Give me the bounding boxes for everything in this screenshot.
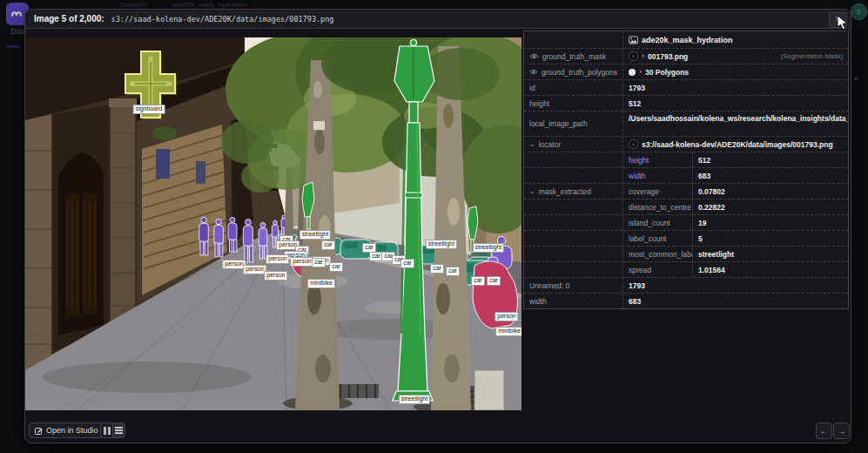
property-key: height	[524, 96, 623, 111]
property-value: ↓›001793.png(Segmentation Mask)	[623, 49, 848, 64]
mask-label: car	[471, 276, 485, 286]
dataset-name: ade20k_mask_hydration	[642, 36, 733, 44]
property-value: /Users/saadhossain/kolena_ws/research/ko…	[623, 112, 848, 136]
mask-label: streetlight	[299, 230, 331, 240]
property-value: ↓s3://saad-kolena-dev/ADE20K/data/images…	[623, 137, 848, 152]
property-value: 1.01564	[693, 262, 848, 277]
street-scene	[25, 37, 521, 410]
property-row: width683	[524, 294, 848, 308]
avatar-initial: S	[857, 8, 861, 16]
property-key: Unnamed: 0	[524, 278, 623, 293]
property-key	[524, 152, 623, 167]
property-key: ground_truth_mask	[524, 49, 623, 64]
property-row: id1793	[524, 80, 848, 96]
property-row: height512	[524, 152, 848, 168]
eye-icon	[529, 52, 539, 60]
mask-label: car	[487, 276, 501, 286]
property-value: 1793	[623, 278, 848, 293]
mask-label: car	[329, 262, 343, 272]
property-row: ⌄locator↓s3://saad-kolena-dev/ADE20K/dat…	[524, 137, 848, 152]
mask-label: car	[362, 243, 376, 253]
property-row: height512	[524, 96, 848, 112]
property-row: Unnamed: 01793	[524, 278, 848, 294]
chevron-down-icon[interactable]: ⌄	[529, 188, 535, 195]
modal-header: Image 5 of 2,000: s3://saad-kolena-dev/A…	[25, 10, 851, 29]
dataset-header-row: ade20k_mask_hydration	[524, 31, 848, 49]
mask-label: signboard	[133, 105, 165, 114]
mask-label: car	[446, 267, 460, 276]
mask-label: streetlight	[473, 243, 504, 253]
property-subkey: spread	[623, 262, 693, 277]
previous-image-button[interactable]: ←	[816, 423, 832, 439]
property-row: ground_truth_polygons›30 Polygons	[524, 64, 848, 80]
mask-label: person	[495, 312, 518, 321]
sidebar-item-label: Datasets	[10, 27, 24, 36]
chevron-right-icon[interactable]: ›	[642, 52, 644, 60]
mask-label: car	[321, 240, 335, 250]
properties-panel: ade20k_mask_hydration ground_truth_mask↓…	[523, 30, 849, 309]
property-row: most_common_labelstreetlight	[524, 247, 848, 262]
sidebar-active-marker	[7, 45, 19, 48]
close-icon: ✕	[835, 15, 842, 24]
property-value: 5	[693, 231, 848, 246]
property-value: 683	[693, 168, 848, 183]
property-key	[524, 231, 623, 246]
mask-label: car	[430, 264, 444, 274]
property-row: label_count5	[524, 231, 848, 247]
asset-download-icon: ↓	[629, 139, 638, 149]
breadcrumb-dataset-name: ade20k_mask_hydration	[172, 1, 247, 9]
layout-rows-toggle[interactable]	[112, 423, 125, 438]
rows-icon	[115, 427, 123, 434]
property-subkey: label_count	[623, 231, 693, 246]
property-row: local_image_path/Users/saadhossain/kolen…	[524, 112, 848, 137]
layout-columns-toggle[interactable]	[100, 423, 113, 438]
mask-label: person	[290, 257, 313, 267]
property-subkey: distance_to_centre	[623, 199, 693, 214]
property-row: width683	[524, 168, 848, 184]
property-key: ⌄mask_extracted	[524, 184, 623, 199]
breadcrumb: Datasets ade20k_mask_hydration	[120, 1, 269, 9]
chevron-right-icon[interactable]: ›	[639, 68, 642, 76]
property-key: ⌄locator	[524, 137, 623, 152]
eye-icon	[529, 68, 538, 76]
property-subkey: width	[623, 168, 693, 183]
property-key: id	[524, 80, 623, 95]
mask-label: car	[312, 258, 326, 267]
property-value: streetlight	[693, 247, 848, 261]
modal-title-path: s3://saad-kolena-dev/ADE20K/data/images/…	[111, 15, 334, 24]
property-value: 1793	[623, 80, 848, 95]
property-row: ⌄mask_extractedcoverage0.07802	[524, 184, 848, 199]
mask-label: minibike	[495, 327, 521, 336]
property-value: 512	[623, 96, 848, 111]
image-detail-modal: Image 5 of 2,000: s3://saad-kolena-dev/A…	[24, 9, 851, 443]
mask-label: person	[266, 254, 289, 264]
sidebar-item-datasets[interactable]: Datasets	[8, 26, 24, 37]
property-key	[524, 247, 623, 261]
property-key	[524, 168, 623, 183]
property-key	[524, 262, 623, 277]
property-subkey: height	[623, 152, 693, 167]
mask-label: minibike	[307, 279, 335, 288]
edit-icon	[35, 427, 43, 435]
open-in-studio-label: Open in Studio	[46, 426, 98, 435]
property-value: 19	[693, 215, 848, 230]
arrow-left-icon: ←	[820, 426, 829, 436]
property-value: ›30 Polygons	[623, 64, 848, 79]
chevron-down-icon[interactable]: ⌄	[529, 141, 535, 148]
polygon-dot-icon	[629, 69, 636, 76]
property-key	[524, 199, 623, 214]
asset-download-icon: ↓	[629, 51, 638, 61]
columns-icon	[104, 427, 111, 435]
chevron-down-icon: ▾	[854, 75, 858, 83]
breadcrumb-datasets: Datasets	[120, 1, 147, 9]
property-row: ground_truth_mask↓›001793.png(Segmentati…	[524, 49, 848, 64]
image-icon	[629, 36, 638, 44]
property-subkey: island_count	[623, 215, 693, 230]
property-value: 512	[693, 152, 848, 167]
photo-canvas[interactable]: signboardstreetlightcarpersoncarcarperso…	[25, 37, 521, 410]
avatar[interactable]: S	[851, 3, 867, 20]
close-button[interactable]: ✕	[829, 12, 847, 28]
property-row: distance_to_centre0.22822	[524, 199, 848, 215]
property-row: island_count19	[524, 215, 848, 231]
next-image-button[interactable]: →	[833, 423, 850, 439]
